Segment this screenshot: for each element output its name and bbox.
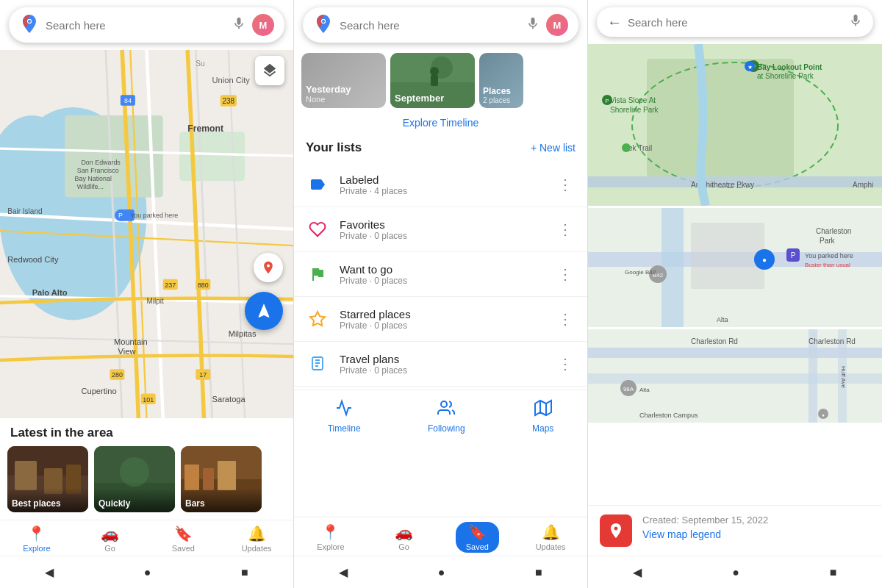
explore-label-2: Explore — [317, 542, 344, 551]
nav-saved-panel2[interactable]: 🔖 Saved — [455, 522, 499, 553]
locate-button[interactable] — [254, 253, 283, 282]
search-input-panel2[interactable] — [340, 19, 520, 32]
place-card-1[interactable]: Quickly — [94, 446, 175, 512]
nav-explore-panel1[interactable]: 📍 Explore — [15, 525, 59, 553]
home-android-3[interactable]: ● — [720, 563, 751, 582]
nav-saved-panel1[interactable]: 🔖 Saved — [161, 525, 205, 553]
svg-marker-72 — [535, 401, 551, 415]
search-input-panel3[interactable] — [628, 16, 842, 29]
search-input-panel1[interactable] — [46, 19, 226, 32]
starred-icon — [306, 307, 329, 331]
avatar-panel1[interactable]: M — [252, 14, 274, 36]
timeline-card-sublabel-2: 2 places — [483, 96, 520, 104]
search-bar-panel3[interactable]: ← — [597, 7, 873, 37]
go-icon: 🚗 — [101, 525, 119, 542]
bottom-card: Created: September 15, 2022 View map leg… — [588, 505, 882, 556]
svg-text:17: 17 — [199, 371, 207, 379]
list-more-want-to-go[interactable]: ⋮ — [555, 262, 576, 286]
svg-text:●: ● — [762, 256, 767, 264]
want-to-go-icon — [306, 262, 329, 286]
list-item-starred[interactable]: Starred places Private · 0 places ⋮ — [294, 297, 587, 342]
mic-icon-panel3[interactable] — [848, 13, 863, 31]
svg-text:Shoreline Park: Shoreline Park — [610, 106, 659, 114]
google-maps-logo — [19, 13, 40, 37]
nav-go-panel1[interactable]: 🚗 Go — [88, 525, 132, 553]
android-nav-panel2: ◀ ● ■ — [294, 556, 587, 588]
saved-label: Saved — [172, 544, 195, 553]
list-item-labeled[interactable]: Labeled Private · 4 places ⋮ — [294, 162, 587, 207]
svg-text:Busier than usual: Busier than usual — [805, 262, 850, 268]
svg-text:Saratoga: Saratoga — [212, 395, 246, 404]
timeline-card-label-1: September — [395, 93, 444, 104]
home-android-1[interactable]: ● — [132, 563, 163, 582]
back-android-1[interactable]: ◀ — [33, 562, 65, 582]
nav-explore-panel2[interactable]: 📍 Explore — [309, 523, 353, 551]
svg-rect-96 — [662, 208, 684, 327]
map-panel1: Union City Su Fremont Don Edwards San Fr… — [0, 50, 293, 418]
view-map-legend-link[interactable]: View map legend — [642, 528, 870, 540]
search-bar-panel2[interactable]: M — [303, 7, 578, 43]
map-section-campus: 98A Charleston Rd Charleston Rd Alta Cha… — [588, 327, 882, 423]
list-more-travel[interactable]: ⋮ — [555, 352, 576, 376]
svg-text:Bay Lookout Point: Bay Lookout Point — [757, 63, 822, 71]
list-more-labeled[interactable]: ⋮ — [555, 173, 576, 196]
recent-android-1[interactable]: ■ — [229, 563, 260, 582]
svg-text:View: View — [118, 347, 137, 356]
timeline-card-2[interactable]: Places 2 places — [479, 53, 523, 108]
svg-point-63 — [322, 20, 325, 23]
navigation-button[interactable] — [245, 292, 283, 330]
place-card-0[interactable]: Best places — [7, 446, 88, 512]
timeline-card-0[interactable]: Yesterday None — [301, 53, 386, 108]
nav-updates-panel2[interactable]: 🔔 Updates — [528, 523, 573, 551]
svg-text:You parked here: You parked here — [805, 252, 853, 259]
updates-icon: 🔔 — [248, 525, 266, 542]
nav-updates-panel1[interactable]: 🔔 Updates — [234, 525, 279, 553]
svg-text:Bair Island: Bair Island — [7, 207, 42, 215]
recent-android-3[interactable]: ■ — [818, 563, 849, 582]
list-item-favorites[interactable]: Favorites Private · 0 places ⋮ — [294, 207, 587, 252]
panel2-scrollable: Yesterday None September — [294, 50, 587, 517]
mic-icon-panel1[interactable] — [232, 16, 246, 34]
svg-text:Huff Ave: Huff Ave — [840, 366, 847, 389]
svg-text:at Shoreline Park: at Shoreline Park — [757, 72, 814, 80]
recent-android-2[interactable]: ■ — [523, 563, 554, 582]
svg-text:ek Trail: ek Trail — [628, 144, 652, 152]
list-info-favorites: Favorites Private · 0 places — [340, 218, 545, 241]
bottom-section-panel1: Latest in the area Best places — [0, 418, 293, 588]
updates-label: Updates — [242, 544, 272, 553]
new-list-button[interactable]: + New list — [531, 142, 576, 154]
list-item-want-to-go[interactable]: Want to go Private · 0 places ⋮ — [294, 252, 587, 297]
saved-icon: 🔖 — [174, 525, 193, 542]
svg-rect-5 — [179, 132, 245, 181]
list-item-travel-plans[interactable]: Travel plans Private · 0 places ⋮ — [294, 342, 587, 387]
explore-timeline-link[interactable]: Explore Timeline — [294, 115, 587, 137]
tab-maps[interactable]: Maps — [532, 399, 553, 434]
back-button-panel3[interactable]: ← — [607, 14, 622, 31]
back-android-3[interactable]: ◀ — [621, 562, 653, 582]
avatar-panel2[interactable]: M — [546, 14, 568, 36]
list-more-starred[interactable]: ⋮ — [555, 307, 576, 331]
back-android-2[interactable]: ◀ — [327, 562, 359, 582]
search-bar-panel1[interactable]: M — [9, 7, 284, 43]
mic-icon-panel2[interactable] — [526, 16, 540, 34]
timeline-tab-label: Timeline — [328, 423, 361, 434]
explore-icon: 📍 — [27, 525, 46, 542]
svg-marker-69 — [310, 312, 325, 326]
timeline-card-1[interactable]: September — [390, 53, 475, 108]
svg-text:280: 280 — [112, 371, 123, 379]
list-sub-want-to-go: Private · 0 places — [340, 276, 545, 286]
tab-timeline[interactable]: Timeline — [328, 399, 361, 434]
svg-text:237: 237 — [165, 282, 176, 289]
svg-text:You parked here: You parked here — [130, 212, 178, 219]
svg-text:P: P — [118, 212, 123, 219]
svg-text:Vista Slope At: Vista Slope At — [610, 96, 656, 104]
list-more-favorites[interactable]: ⋮ — [555, 218, 576, 241]
svg-text:San Francisco: San Francisco — [77, 167, 119, 174]
tab-following[interactable]: Following — [428, 399, 465, 434]
place-card-2[interactable]: Bars — [181, 446, 262, 512]
layers-button[interactable] — [255, 56, 284, 85]
svg-text:98A: 98A — [623, 386, 634, 392]
svg-text:Milpitas: Milpitas — [229, 329, 257, 338]
nav-go-panel2[interactable]: 🚗 Go — [382, 523, 426, 551]
home-android-2[interactable]: ● — [426, 563, 457, 582]
